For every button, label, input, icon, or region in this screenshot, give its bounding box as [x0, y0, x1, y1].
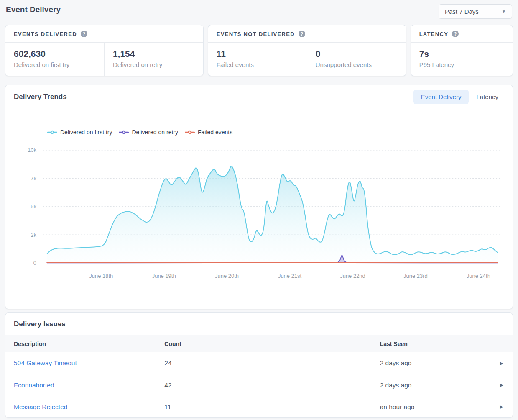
table-row[interactable]: Message Rejected11an hour ago▶	[5, 396, 513, 417]
x-axis-tick-label: June 21st	[278, 273, 302, 279]
metric-value: 602,630	[14, 49, 96, 59]
page-title: Event Delivery	[6, 4, 61, 14]
legend-label: Delivered on retry	[132, 129, 178, 136]
tab-latency[interactable]: Latency	[469, 90, 506, 104]
issue-last-seen: 2 days ago	[380, 382, 412, 389]
stats-card-title: LATENCY	[419, 31, 449, 37]
column-header-description: Description	[14, 341, 164, 347]
trends-tabs: Event Delivery Latency	[413, 90, 506, 104]
metric-unsupported-events: 0 Unsupported events	[307, 43, 406, 76]
stats-card-events-delivered: EVENTS DELIVERED ? 602,630 Delivered on …	[5, 25, 204, 76]
date-range-value: Past 7 Days	[445, 8, 479, 15]
delivery-trends-card: Delivery Trends Event Delivery Latency D…	[5, 85, 513, 309]
stats-card-events-not-delivered: EVENTS NOT DELIVERED ? 11 Failed events …	[208, 25, 406, 76]
metric-label: Unsupported events	[316, 61, 398, 68]
issue-description-link[interactable]: 504 Gateway Timeout	[14, 359, 77, 366]
delivery-issues-card: Delivery Issues Description Count Last S…	[5, 312, 513, 418]
x-axis-tick-label: June 19th	[152, 273, 176, 279]
delivery-trends-chart[interactable]: 02k5k7k10kJune 18thJune 19thJune 20thJun…	[5, 140, 513, 287]
tab-event-delivery[interactable]: Event Delivery	[413, 90, 469, 104]
metric-value: 11	[217, 49, 299, 59]
help-icon[interactable]: ?	[81, 31, 87, 37]
y-axis-tick-label: 10k	[28, 147, 36, 153]
metric-value: 7s	[419, 49, 504, 59]
x-axis-tick-label: June 22nd	[340, 273, 365, 279]
issue-last-seen: an hour ago	[380, 403, 415, 411]
issue-description-link[interactable]: Econnaborted	[14, 382, 54, 389]
legend-item-failed-events[interactable]: Failed events	[185, 129, 232, 136]
series-area-delivered-on-first-try	[47, 166, 498, 263]
y-axis-tick-label: 7k	[31, 175, 36, 182]
y-axis-tick-label: 0	[33, 260, 36, 266]
chart-legend: Delivered on first tryDelivered on retry…	[47, 128, 513, 137]
metric-value: 0	[316, 49, 398, 59]
help-icon[interactable]: ?	[452, 31, 459, 37]
y-axis-tick-label: 2k	[31, 232, 36, 238]
date-range-selector[interactable]: Past 7 Days ▼	[439, 4, 512, 19]
legend-marker-icon	[119, 130, 129, 134]
metric-delivered-first-try: 602,630 Delivered on first try	[5, 43, 104, 76]
column-header-count: Count	[164, 341, 380, 347]
stats-row: EVENTS DELIVERED ? 602,630 Delivered on …	[5, 25, 513, 76]
row-expand-arrow-icon[interactable]: ▶	[500, 361, 503, 366]
column-header-last-seen: Last Seen	[380, 341, 513, 347]
help-icon[interactable]: ?	[299, 31, 305, 37]
legend-item-delivered-on-first-try[interactable]: Delivered on first try	[47, 129, 112, 136]
issue-description-link[interactable]: Message Rejected	[14, 403, 67, 410]
issues-table-header: Description Count Last Seen	[5, 335, 513, 352]
table-row[interactable]: 504 Gateway Timeout242 days ago▶	[5, 352, 513, 374]
y-axis-tick-label: 5k	[31, 203, 36, 210]
stats-card-title: EVENTS DELIVERED	[14, 31, 77, 37]
metric-p95-latency: 7s P95 Latency	[411, 43, 513, 76]
legend-marker-icon	[47, 130, 57, 134]
metric-delivered-retry: 1,154 Delivered on retry	[104, 43, 203, 76]
x-axis-tick-label: June 23rd	[403, 273, 428, 279]
delivery-issues-title: Delivery Issues	[14, 320, 504, 328]
legend-label: Delivered on first try	[60, 129, 112, 136]
metric-label: P95 Latency	[419, 61, 504, 68]
issue-count: 11	[164, 403, 380, 411]
legend-item-delivered-on-retry[interactable]: Delivered on retry	[119, 129, 178, 136]
table-row[interactable]: Econnaborted422 days ago▶	[5, 374, 513, 396]
x-axis-tick-label: June 18th	[89, 273, 113, 279]
stats-card-latency: LATENCY ? 7s P95 Latency	[411, 25, 513, 76]
row-expand-arrow-icon[interactable]: ▶	[500, 382, 503, 388]
stats-card-title: EVENTS NOT DELIVERED	[217, 31, 295, 37]
metric-label: Delivered on retry	[113, 61, 195, 68]
issues-table-body: 504 Gateway Timeout242 days ago▶Econnabo…	[5, 352, 513, 417]
legend-label: Failed events	[198, 129, 232, 136]
x-axis-tick-label: June 24th	[467, 273, 490, 279]
delivery-trends-title: Delivery Trends	[14, 93, 67, 101]
metric-failed-events: 11 Failed events	[208, 43, 307, 76]
issue-last-seen: 2 days ago	[380, 359, 412, 367]
page-header: Event Delivery Past 7 Days ▼	[5, 0, 513, 25]
metric-label: Failed events	[217, 61, 299, 68]
metric-value: 1,154	[113, 49, 195, 59]
issue-count: 24	[164, 359, 380, 367]
chevron-down-icon: ▼	[502, 9, 506, 14]
legend-marker-icon	[185, 130, 195, 134]
metric-label: Delivered on first try	[14, 61, 96, 68]
chart-area: 02k5k7k10kJune 18thJune 19thJune 20thJun…	[5, 140, 513, 287]
x-axis-tick-label: June 20th	[215, 273, 239, 279]
row-expand-arrow-icon[interactable]: ▶	[500, 404, 503, 410]
issue-count: 42	[164, 382, 380, 389]
